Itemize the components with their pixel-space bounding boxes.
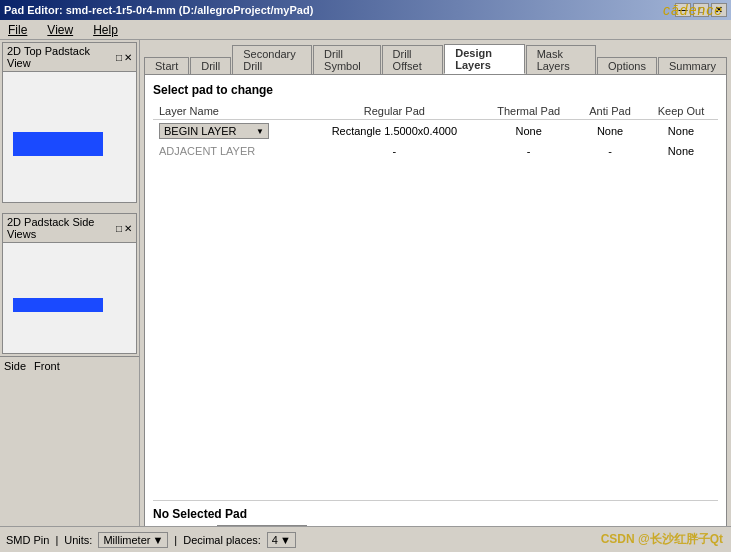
content-area: Select pad to change Layer Name Regular … bbox=[144, 74, 727, 552]
col-keep-out: Keep Out bbox=[644, 103, 718, 120]
decimal-label: Decimal places: bbox=[183, 534, 261, 546]
row1-anti-pad[interactable]: None bbox=[576, 120, 644, 143]
row2-anti-pad[interactable]: - bbox=[576, 142, 644, 160]
smd-pin-label: SMD Pin bbox=[6, 534, 49, 546]
tab-secondary-drill[interactable]: Secondary Drill bbox=[232, 45, 312, 74]
right-panel: Start Drill Secondary Drill Drill Symbol… bbox=[140, 40, 731, 552]
col-regular-pad: Regular Pad bbox=[307, 103, 481, 120]
side-padstack-label: 2D Padstack Side Views bbox=[7, 216, 116, 240]
separator-line2: | bbox=[174, 534, 177, 546]
row2-layer-name: ADJACENT LAYER bbox=[153, 142, 307, 160]
menu-view[interactable]: View bbox=[43, 22, 77, 38]
tab-options[interactable]: Options bbox=[597, 57, 657, 74]
title-bar: Pad Editor: smd-rect-1r5-0r4-mm (D:/alle… bbox=[0, 0, 731, 20]
menu-file[interactable]: File bbox=[4, 22, 31, 38]
decimal-dropdown-arrow-icon: ▼ bbox=[280, 534, 291, 546]
footer-bar: SMD Pin | Units: Millimeter ▼ | Decimal … bbox=[0, 526, 731, 552]
no-selected-pad-label: No Selected Pad bbox=[153, 507, 718, 521]
decimal-dropdown[interactable]: 4 ▼ bbox=[267, 532, 296, 548]
top-padstack-icons: □ ✕ bbox=[116, 52, 132, 63]
left-panel: 2D Top Padstack View □ ✕ 2D Padstack Sid… bbox=[0, 40, 140, 552]
row2-regular-pad[interactable]: - bbox=[307, 142, 481, 160]
main-layout: 2D Top Padstack View □ ✕ 2D Padstack Sid… bbox=[0, 40, 731, 552]
side-padstack-section: 2D Padstack Side Views □ ✕ bbox=[2, 213, 137, 354]
top-padstack-section: 2D Top Padstack View □ ✕ bbox=[2, 42, 137, 203]
row2-thermal-pad[interactable]: - bbox=[481, 142, 576, 160]
units-dropdown-arrow-icon: ▼ bbox=[152, 534, 163, 546]
top-padstack-blue-rect bbox=[13, 132, 103, 156]
row1-thermal-pad[interactable]: None bbox=[481, 120, 576, 143]
col-thermal-pad: Thermal Pad bbox=[481, 103, 576, 120]
front-label: Front bbox=[34, 360, 60, 372]
side-padstack-view bbox=[3, 243, 136, 353]
side-padstack-title-bar: 2D Padstack Side Views □ ✕ bbox=[3, 214, 136, 243]
side-label: Side bbox=[4, 360, 26, 372]
tab-drill[interactable]: Drill bbox=[190, 57, 231, 74]
top-padstack-restore-icon[interactable]: □ bbox=[116, 52, 122, 63]
top-padstack-view bbox=[3, 72, 136, 202]
select-pad-title: Select pad to change bbox=[153, 83, 718, 97]
side-padstack-restore-icon[interactable]: □ bbox=[116, 223, 122, 234]
side-padstack-close-icon[interactable]: ✕ bbox=[124, 223, 132, 234]
csdn-watermark: CSDN @长沙红胖子Qt bbox=[601, 531, 723, 548]
top-padstack-close-icon[interactable]: ✕ bbox=[124, 52, 132, 63]
tab-mask-layers[interactable]: Mask Layers bbox=[526, 45, 596, 74]
content-spacer bbox=[153, 160, 718, 500]
row1-regular-pad[interactable]: Rectangle 1.5000x0.4000 bbox=[307, 120, 481, 143]
cadence-logo: cādence bbox=[663, 2, 723, 18]
table-row[interactable]: ADJACENT LAYER - - - None bbox=[153, 142, 718, 160]
separator-line: | bbox=[55, 534, 58, 546]
tab-drill-offset[interactable]: Drill Offset bbox=[382, 45, 444, 74]
side-padstack-blue-rect bbox=[13, 298, 103, 312]
window-title: Pad Editor: smd-rect-1r5-0r4-mm (D:/alle… bbox=[4, 4, 313, 16]
col-layer-name: Layer Name bbox=[153, 103, 307, 120]
tab-start[interactable]: Start bbox=[144, 57, 189, 74]
side-front-labels: Side Front bbox=[0, 356, 139, 375]
tab-design-layers[interactable]: Design Layers bbox=[444, 44, 524, 74]
units-label: Units: bbox=[64, 534, 92, 546]
col-anti-pad: Anti Pad bbox=[576, 103, 644, 120]
top-padstack-title-bar: 2D Top Padstack View □ ✕ bbox=[3, 43, 136, 72]
row1-layer-name[interactable]: BEGIN LAYER ▼ bbox=[153, 120, 307, 143]
menu-bar: File View Help cādence bbox=[0, 20, 731, 40]
layer-name-dropdown[interactable]: BEGIN LAYER ▼ bbox=[159, 123, 269, 139]
menu-help[interactable]: Help bbox=[89, 22, 122, 38]
tabs-bar: Start Drill Secondary Drill Drill Symbol… bbox=[140, 40, 731, 74]
table-row[interactable]: BEGIN LAYER ▼ Rectangle 1.5000x0.4000 No… bbox=[153, 120, 718, 143]
layer-table: Layer Name Regular Pad Thermal Pad Anti … bbox=[153, 103, 718, 160]
units-dropdown[interactable]: Millimeter ▼ bbox=[98, 532, 168, 548]
tab-drill-symbol[interactable]: Drill Symbol bbox=[313, 45, 381, 74]
table-header-row: Layer Name Regular Pad Thermal Pad Anti … bbox=[153, 103, 718, 120]
dropdown-arrow-icon: ▼ bbox=[256, 127, 264, 136]
top-padstack-label: 2D Top Padstack View bbox=[7, 45, 116, 69]
row2-keep-out[interactable]: None bbox=[644, 142, 718, 160]
row1-keep-out[interactable]: None bbox=[644, 120, 718, 143]
tab-summary[interactable]: Summary bbox=[658, 57, 727, 74]
side-padstack-icons: □ ✕ bbox=[116, 223, 132, 234]
